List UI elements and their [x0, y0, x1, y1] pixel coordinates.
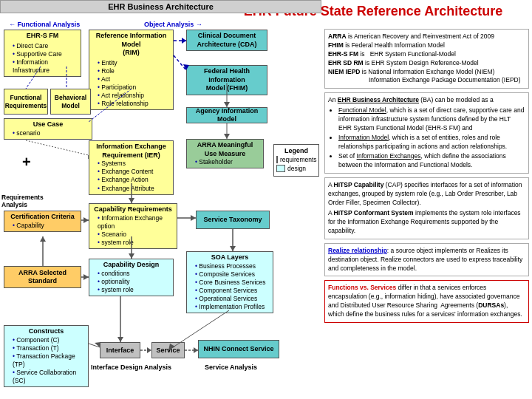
functions-services-panel: Functions vs. Services differ in that a …: [324, 280, 529, 323]
svg-line-3: [174, 55, 186, 70]
page: EHR Business Architecture EHR Future Sta…: [0, 0, 532, 399]
plus-sign: +: [22, 154, 31, 171]
agency-info-model-box: Agency Information Model: [186, 107, 267, 123]
header-bar: EHR Business Architecture: [0, 0, 321, 13]
svg-marker-31: [40, 236, 46, 242]
functional-analysis-label: ← Functional Analysis: [9, 21, 80, 28]
ehr-s-fm-box: EHR-S FM Direct Care Supportive Care Inf…: [4, 30, 81, 77]
legend-box: Legend requirements design: [273, 144, 319, 177]
interface-design-label: Interface Design Analysis: [89, 364, 174, 371]
nhin-connect-box: NHIN Connect Service: [198, 340, 279, 358]
hitsp-panel: A HITSP Capability (CAP) specifies inter…: [324, 177, 529, 239]
ehr-s-fm-title: EHR-S FM: [7, 32, 78, 41]
fhim-box: Federal Health Information Model (FHIM): [186, 65, 267, 95]
svg-line-28: [89, 344, 100, 347]
requirements-analysis-label: RequirementsAnalysis: [1, 194, 44, 208]
acronyms-panel: ARRA is American Recovery and Reinvestme…: [324, 29, 529, 89]
service-taxonomy-box: Service Taxonomy: [196, 211, 270, 229]
rim-box: Reference Information Model (RIM) Entity…: [89, 30, 174, 110]
certification-criteria-box: Certification Criteria Capability: [4, 211, 81, 232]
arra-selected-box: ARRA SelectedStandard: [4, 266, 81, 288]
info-area: ARRA is American Recovery and Reinvestme…: [321, 26, 532, 399]
svg-marker-21: [117, 337, 123, 342]
behavioral-model-box: BehavioralModel: [50, 89, 91, 115]
service-analysis-label: Service Analysis: [188, 364, 273, 371]
capability-design-box: Capability Design conditions optionality…: [89, 259, 174, 296]
cda-box: Clinical Document Architecture (CDA): [186, 30, 267, 51]
svg-marker-19: [230, 246, 236, 251]
legend-design-swatch: [276, 165, 285, 172]
constructs-box: Constructs Component (C) Transaction (T)…: [4, 325, 89, 387]
arra-meaningful-box: ARRA MeaningfulUse Measure Stakeholder: [186, 139, 264, 168]
capability-req-box: Capability Requirements Information Exch…: [89, 203, 177, 249]
svg-marker-17: [191, 215, 196, 221]
legend-requirements-swatch: [276, 156, 278, 163]
svg-marker-13: [129, 198, 134, 203]
use-case-box: Use Case scenario: [4, 118, 92, 140]
service-box: Service: [151, 342, 185, 358]
header-bar-title: EHR Business Architecture: [108, 2, 214, 11]
ier-box: Information ExchangeRequirement (IER) Sy…: [89, 140, 174, 195]
interface-box: Interface: [100, 342, 140, 358]
svg-marker-35: [83, 274, 89, 280]
svg-line-36: [26, 140, 89, 155]
object-analysis-label: Object Analysis →: [144, 21, 202, 28]
soa-layers-box: SOA Layers Business Processes Composite …: [186, 251, 273, 313]
ba-description-panel: An EHR Business Architecture (BA) can be…: [324, 92, 529, 174]
svg-marker-10: [224, 134, 230, 139]
functional-req-box: FunctionalRequirements: [4, 89, 48, 115]
svg-marker-33: [83, 217, 89, 223]
svg-marker-15: [129, 253, 134, 259]
realize-panel: Realize relationship: a source object im…: [324, 243, 529, 277]
svg-marker-8: [224, 102, 230, 107]
